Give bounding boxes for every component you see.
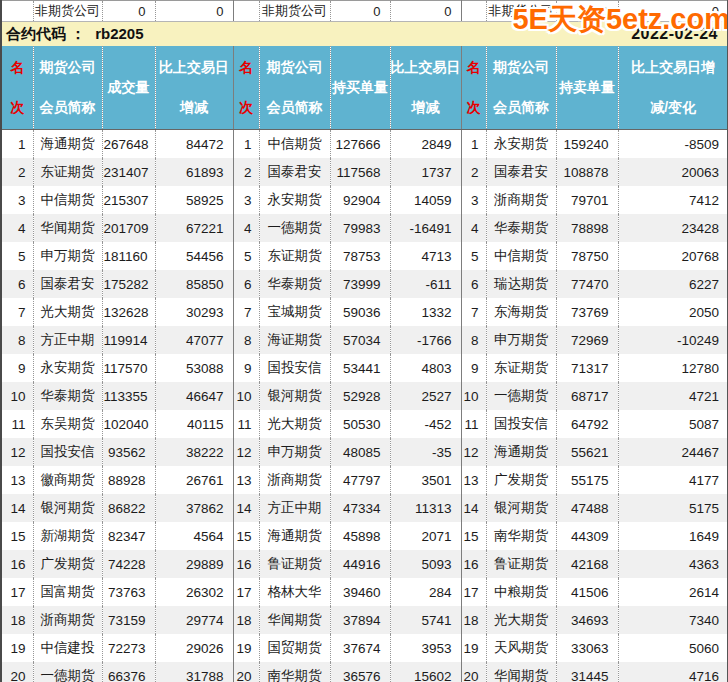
change-cell: 29026 — [155, 634, 233, 662]
company-cell: 浙商期货 — [486, 186, 556, 214]
value-cell: 73763 — [102, 578, 155, 606]
change-cell: 1332 — [390, 298, 461, 326]
company-cell: 海通期货 — [259, 522, 330, 550]
value-cell: 77470 — [556, 270, 618, 298]
change-cell: 4716 — [618, 662, 728, 682]
value-cell: 132628 — [102, 298, 155, 326]
company-cell: 申万期货 — [33, 242, 102, 270]
table-row: 14银河期货868223786214方正中期473341131314银河期货47… — [2, 494, 728, 522]
rank-cell: 17 — [461, 578, 486, 606]
value-cell: 71317 — [556, 354, 618, 382]
company-cell: 光大期货 — [33, 298, 102, 326]
value-cell: 0 — [330, 1, 390, 22]
value-cell: 86822 — [102, 494, 155, 522]
value-cell: 102040 — [102, 410, 155, 438]
value-cell: 37894 — [330, 606, 390, 634]
change-cell: 6227 — [618, 270, 728, 298]
value-cell: 39460 — [330, 578, 390, 606]
change-cell: 23428 — [618, 214, 728, 242]
company-cell: 国富期货 — [33, 578, 102, 606]
value-cell: 36576 — [330, 662, 390, 682]
value-cell: 88928 — [102, 466, 155, 494]
change-cell: 5175 — [618, 494, 728, 522]
rank-cell: 8 — [233, 326, 259, 354]
table-row: 8方正中期119914470778海证期货57034-17668申万期货7296… — [2, 326, 728, 354]
value-cell: 82347 — [102, 522, 155, 550]
company-cell: 中信期货 — [486, 242, 556, 270]
company-cell: 东证期货 — [259, 242, 330, 270]
table-row: 13徽商期货889282676113浙商期货47797350113广发期货551… — [2, 466, 728, 494]
value-cell: 215307 — [102, 186, 155, 214]
table-row: 1海通期货267648844721中信期货12766628491永安期货1592… — [2, 130, 728, 159]
site-logo[interactable]: 5E天资5etz.com — [512, 0, 728, 40]
change-cell: 12780 — [618, 354, 728, 382]
rank-cell: 12 — [233, 438, 259, 466]
rank-cell: 16 — [461, 550, 486, 578]
change-cell: 5060 — [618, 634, 728, 662]
table-row: 20一德期货663763178820南华期货365761560220华闻期货31… — [2, 662, 728, 682]
company-cell: 国泰君安 — [259, 158, 330, 186]
company-cell: 东证期货 — [486, 354, 556, 382]
value-cell: 52928 — [330, 382, 390, 410]
value-cell: 47797 — [330, 466, 390, 494]
value-cell: 79701 — [556, 186, 618, 214]
company-cell: 鲁证期货 — [259, 550, 330, 578]
value-cell: 231407 — [102, 158, 155, 186]
change-cell: 3501 — [390, 466, 461, 494]
rank-cell: 12 — [2, 438, 33, 466]
value-cell: 175282 — [102, 270, 155, 298]
company-cell: 华闻期货 — [33, 214, 102, 242]
value-cell: 59036 — [330, 298, 390, 326]
company-cell: 鲁证期货 — [486, 550, 556, 578]
company-cell: 南华期货 — [259, 662, 330, 682]
value-cell: 93562 — [102, 438, 155, 466]
rank-cell: 4 — [233, 214, 259, 242]
rank-cell: 7 — [2, 298, 33, 326]
rank-cell: 17 — [2, 578, 33, 606]
change-cell: -10249 — [618, 326, 728, 354]
value-cell: 159240 — [556, 130, 618, 159]
table-row: 5申万期货181160544565东证期货7875347135中信期货78750… — [2, 242, 728, 270]
rank-cell: 10 — [2, 382, 33, 410]
company-cell: 永安期货 — [33, 354, 102, 382]
company-cell: 国贸期货 — [259, 634, 330, 662]
header-company: 期货公司会员简称 — [486, 46, 556, 130]
company-cell: 华泰期货 — [33, 382, 102, 410]
rank-cell: 19 — [233, 634, 259, 662]
company-cell: 南华期货 — [486, 522, 556, 550]
value-cell: 64792 — [556, 410, 618, 438]
change-cell: 2849 — [390, 130, 461, 159]
value-cell: 55175 — [556, 466, 618, 494]
change-cell: 5087 — [618, 410, 728, 438]
company-cell: 一德期货 — [486, 382, 556, 410]
value-cell: 79983 — [330, 214, 390, 242]
value-cell: 50530 — [330, 410, 390, 438]
rank-cell: 19 — [2, 634, 33, 662]
table-row: 3中信期货215307589253永安期货92904140593浙商期货7970… — [2, 186, 728, 214]
value-cell: 45898 — [330, 522, 390, 550]
change-cell: 29889 — [155, 550, 233, 578]
value-cell: 113355 — [102, 382, 155, 410]
value-cell: 72273 — [102, 634, 155, 662]
company-cell: 银河期货 — [259, 382, 330, 410]
change-cell: 53088 — [155, 354, 233, 382]
rank-cell: 19 — [461, 634, 486, 662]
header-short-position: 持卖单量 — [556, 46, 618, 130]
rank-cell: 7 — [233, 298, 259, 326]
table-row: 12国投安信935623822212申万期货48085-3512海通期货5562… — [2, 438, 728, 466]
company-cell: 华泰期货 — [486, 214, 556, 242]
company-cell: 中信建投 — [33, 634, 102, 662]
rank-cell: 20 — [233, 662, 259, 682]
rank-cell: 1 — [461, 130, 486, 159]
company-cell: 国投安信 — [486, 410, 556, 438]
rank-cell: 8 — [461, 326, 486, 354]
rank-cell: 3 — [2, 186, 33, 214]
value-cell: 92904 — [330, 186, 390, 214]
rank-cell: 18 — [233, 606, 259, 634]
company-cell: 国投安信 — [259, 354, 330, 382]
header-volume-change: 比上交易日增减 — [155, 46, 233, 130]
value-cell: 119914 — [102, 326, 155, 354]
rank-cell: 4 — [2, 214, 33, 242]
company-cell: 瑞达期货 — [486, 270, 556, 298]
header-rank: 名次 — [2, 46, 33, 130]
